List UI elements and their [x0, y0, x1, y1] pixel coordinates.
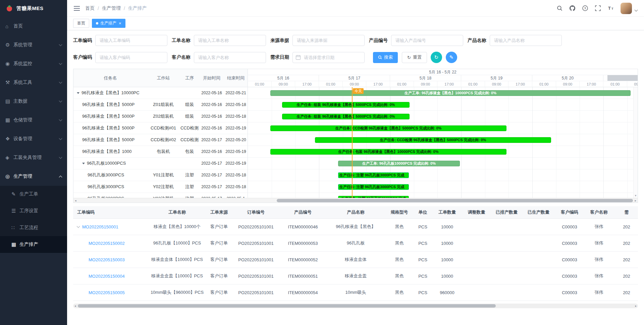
- caret-down-icon[interactable]: [77, 92, 79, 94]
- scroll-left-icon[interactable]: ◂: [75, 198, 76, 203]
- gantt-task-row[interactable]: 96孔孔板3000PCSY02注塑机注塑2022-05-172022-05-18: [73, 181, 248, 193]
- order-cell-unit: PCS: [414, 257, 432, 262]
- reset-button[interactable]: ↻ 重置: [402, 52, 427, 63]
- source-doc-input[interactable]: [292, 35, 365, 46]
- gantt-task-row[interactable]: 96孔移液盒【黑色】5000PCCD检测#01CCD检测2022-05-1620…: [73, 122, 248, 134]
- caret-down-icon[interactable]: [77, 225, 80, 228]
- task-process: 注塑: [179, 184, 200, 190]
- orders-column-header: 产品名称: [326, 209, 385, 215]
- gantt-bar[interactable]: 生产工单: 96孔移液盒【黑色】10000PCS 完成比例: 0%: [270, 90, 631, 96]
- task-name: 96孔孔板3000PCS: [88, 172, 124, 178]
- sidebar-item-equipment-mgmt[interactable]: ❖设备管理: [0, 129, 67, 148]
- order-cell-demand_date: 202: [613, 274, 638, 279]
- gantt-bar[interactable]: 生产任务: CCD检测 96孔移液盒【黑色】5000PCS 完成比例: 0%: [315, 137, 551, 143]
- tab-home[interactable]: 首页: [73, 19, 89, 28]
- sidebar-item-scheduling[interactable]: ▦生产排产: [0, 236, 67, 253]
- sidebar-item-system-mgmt[interactable]: ⚙系统管理: [0, 36, 67, 54]
- gantt-task-row[interactable]: 96孔移液盒【黑色】5000PZ02组装机组装2022-05-162022-05…: [73, 111, 248, 122]
- order-cell-qty: 10000: [432, 224, 462, 229]
- orders-table-body: MO202205150001移液盒【黑色】10000个客户订单PO2022051…: [73, 219, 638, 301]
- order-code-link[interactable]: MO202205150002: [89, 241, 125, 246]
- sidebar-item-home[interactable]: ⌂首页: [0, 17, 67, 36]
- gantt-task-row[interactable]: 96孔孔板3000PCSY03注塑机注塑2022-05-172022-05-1: [73, 193, 248, 198]
- sidebar-item-work-order[interactable]: ✎生产工单: [0, 186, 67, 203]
- help-icon[interactable]: ?: [582, 5, 588, 11]
- refresh-circle-button[interactable]: ↻: [431, 52, 442, 63]
- scroll-down-icon[interactable]: ▾: [635, 194, 637, 198]
- gantt-task-row[interactable]: 96孔移液盒【黑色】5000PCCD检测#02CCD检测2022-05-1720…: [73, 134, 248, 146]
- refresh-icon: ↻: [407, 55, 411, 60]
- order-cell-source: 客户订单: [206, 257, 232, 263]
- breadcrumb-item[interactable]: 首页: [85, 5, 95, 11]
- gantt-hour-label: 17:00: [366, 81, 390, 87]
- app-logo[interactable]: 苦糖果MES: [0, 0, 67, 17]
- chevron-down-icon: [59, 99, 62, 102]
- gantt-bar[interactable]: 生产工单: 96孔孔板10000PCS 完成比例: 0%: [338, 161, 460, 166]
- gantt-task-row[interactable]: 96孔移液盒【黑色】10000PC2022-05-162022-05-21: [73, 87, 248, 99]
- search-icon[interactable]: [557, 5, 562, 11]
- gantt-task-row[interactable]: 96孔孔板10000PCS2022-05-172022-05-19: [73, 158, 248, 169]
- gantt-task-row[interactable]: 96孔孔板3000PCSY01注塑机注塑2022-05-172022-05-18: [73, 169, 248, 181]
- scroll-left-icon[interactable]: ◂: [74, 304, 76, 308]
- sidebar-item-master-data[interactable]: ▤主数据: [0, 92, 67, 111]
- scroll-right-icon[interactable]: ▸: [635, 304, 637, 308]
- menu-fold-icon[interactable]: [74, 6, 80, 11]
- caret-down-icon[interactable]: [82, 163, 85, 164]
- work-order-code-input[interactable]: [95, 35, 167, 46]
- order-row: MO202205150003移液盒盒体【10000】PCS客户订单PO20220…: [73, 252, 638, 268]
- order-code-link[interactable]: MO202205150003: [89, 257, 125, 262]
- order-code-link[interactable]: MO202205150001: [82, 224, 118, 229]
- github-icon[interactable]: [570, 5, 575, 11]
- sidebar-item-system-tools[interactable]: ⚒系统工具: [0, 73, 67, 92]
- order-cell-code: MO202205150001: [73, 224, 149, 229]
- sidebar-item-warehouse-mgmt[interactable]: ▦仓储管理: [0, 111, 67, 129]
- orders-horizontal-scrollbar[interactable]: ◂ ▸: [73, 304, 638, 308]
- order-code-link[interactable]: MO202205150004: [89, 274, 125, 279]
- close-icon[interactable]: ×: [119, 21, 121, 25]
- font-size-icon[interactable]: TT: [608, 5, 613, 11]
- user-avatar[interactable]: [621, 3, 632, 14]
- sidebar-item-production-mgmt[interactable]: ◎生产管理: [0, 167, 67, 186]
- gantt-bar[interactable]: 生产任务: 包装 96孔移液盒【黑色】10000PCS 完成比例: 0%: [270, 149, 506, 155]
- gantt-gridline: [580, 87, 580, 198]
- gantt-bar[interactable]: 生产任务: 组装 96孔移液盒【黑色】5000PCS 完成比例: 0%: [282, 102, 410, 108]
- sidebar-item-system-monitor[interactable]: ◉系统监控: [0, 54, 67, 73]
- orders-column-header: 客户名称: [585, 209, 613, 215]
- breadcrumb-item[interactable]: 生产管理: [102, 5, 121, 11]
- sidebar-item-process-flow[interactable]: ∷工艺流程: [0, 219, 67, 236]
- demand-date-input[interactable]: [292, 52, 365, 63]
- gantt-task-row[interactable]: 96孔移液盒【黑色】5000PZ01组装机组装2022-05-162022-05…: [73, 99, 248, 111]
- chevron-down-icon: [59, 155, 62, 159]
- fullscreen-icon[interactable]: [595, 5, 601, 11]
- gantt-hour-label: 09:00: [627, 81, 638, 87]
- edit-circle-button[interactable]: ✎: [446, 52, 457, 63]
- product-name-input[interactable]: [490, 35, 562, 46]
- task-name: 96孔孔板3000PCS: [88, 196, 124, 198]
- gantt-bar[interactable]: 生产任务: 注塑 96孔孔板3000PCS 完成: [338, 184, 409, 190]
- gantt-horizontal-scrollbar[interactable]: ◂ ▸: [73, 198, 638, 203]
- filter-field-customer-code: 客户编码: [73, 52, 167, 63]
- search-button[interactable]: 搜索: [373, 52, 398, 63]
- gantt-hour-label: 17:00: [508, 81, 532, 87]
- gantt-bar[interactable]: 生产任务: 注塑 96孔孔板3000PCS 完成: [338, 172, 409, 178]
- tab-production-scheduling[interactable]: 生产排产×: [92, 19, 125, 28]
- user-menu-caret-icon[interactable]: [635, 8, 638, 12]
- filter-label: 产品名称: [468, 38, 486, 44]
- fixture-icon: ◈: [5, 155, 13, 161]
- gantt-task-row[interactable]: 96孔移液盒【黑色】1000包装机包装2022-05-162022-05-19: [73, 146, 248, 158]
- scroll-right-icon[interactable]: ▸: [635, 198, 636, 203]
- customer-name-input[interactable]: [194, 52, 266, 63]
- orders-scrollbar-thumb[interactable]: [78, 304, 496, 308]
- sidebar-item-process-settings[interactable]: ☰工序设置: [0, 203, 67, 219]
- order-code-link[interactable]: MO202205150005: [89, 290, 125, 295]
- gantt-bar[interactable]: 生产任务: CCD检测 96孔移液盒【黑色】5000PCS 完成比例: 0%: [270, 125, 506, 131]
- gantt-vertical-scrollbar[interactable]: ▾: [633, 87, 638, 198]
- customer-code-input[interactable]: [95, 52, 167, 63]
- work-order-name-input[interactable]: [194, 35, 266, 46]
- gantt-scrollbar-thumb[interactable]: [277, 199, 633, 202]
- gantt-bar[interactable]: 生产任务: 注塑 96孔孔板3000PCS 完成: [338, 196, 409, 198]
- gantt-bar[interactable]: 生产任务: 组装 96孔移液盒【黑色】5000PCS 完成比例: 0%: [282, 114, 410, 119]
- sidebar-item-fixture-mgmt[interactable]: ◈工装夹具管理: [0, 148, 67, 167]
- sidebar-item-label: 工装夹具管理: [13, 155, 59, 161]
- product-code-input[interactable]: [391, 35, 463, 46]
